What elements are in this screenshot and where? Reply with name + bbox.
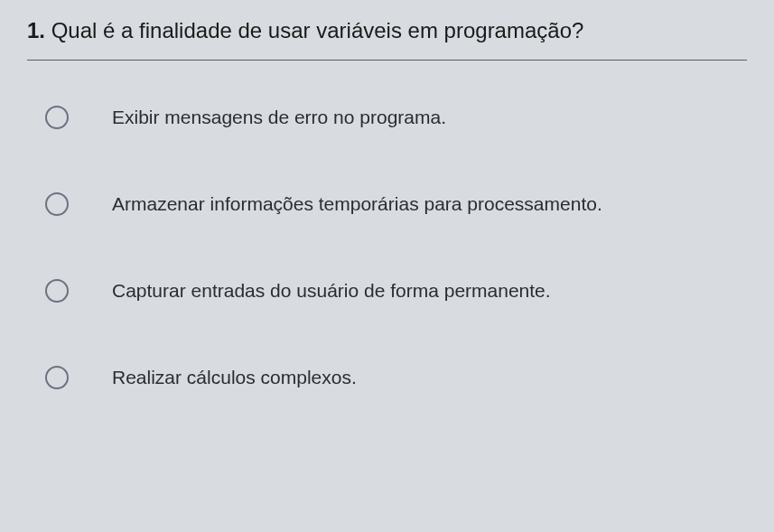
radio-button[interactable]	[45, 106, 69, 129]
question-header: 1. Qual é a finalidade de usar variáveis…	[27, 18, 747, 61]
option-label: Exibir mensagens de erro no programa.	[112, 107, 446, 128]
radio-button[interactable]	[45, 279, 69, 303]
option-label: Realizar cálculos complexos.	[112, 367, 357, 388]
option-label: Armazenar informações temporárias para p…	[112, 193, 602, 215]
options-list: Exibir mensagens de erro no programa. Ar…	[27, 79, 747, 389]
question-text: Qual é a finalidade de usar variáveis em…	[51, 18, 584, 42]
option-row[interactable]: Exibir mensagens de erro no programa.	[27, 106, 747, 129]
radio-button[interactable]	[45, 192, 69, 216]
option-row[interactable]: Capturar entradas do usuário de forma pe…	[27, 279, 747, 303]
option-row[interactable]: Armazenar informações temporárias para p…	[27, 192, 747, 216]
option-label: Capturar entradas do usuário de forma pe…	[112, 280, 551, 302]
option-row[interactable]: Realizar cálculos complexos.	[27, 366, 747, 389]
question-number: 1.	[27, 18, 45, 42]
radio-button[interactable]	[45, 366, 69, 389]
